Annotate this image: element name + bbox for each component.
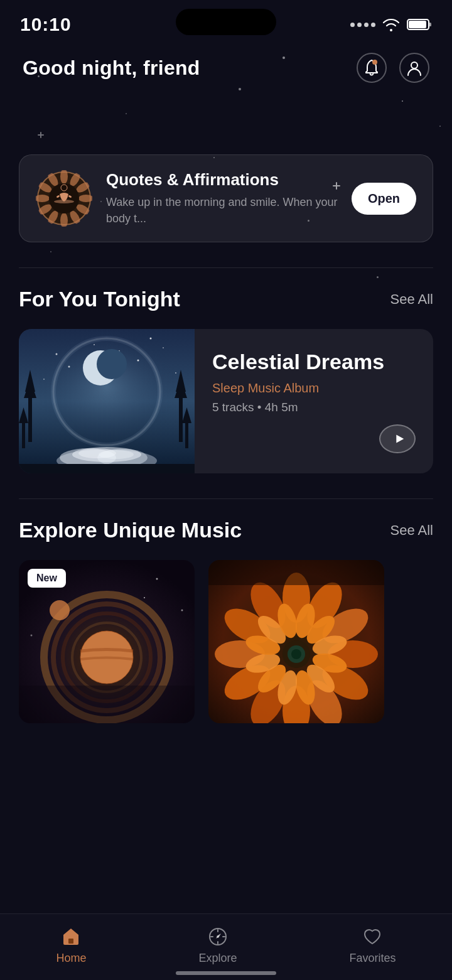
nav-home[interactable]: Home [37, 925, 105, 965]
explore-section-header: Explore Unique Music See All [19, 518, 433, 542]
quote-text-area: Quotes & Affirmations Wake up in the mor… [106, 170, 338, 226]
quote-title: Quotes & Affirmations [106, 170, 338, 190]
bottom-pad [19, 723, 433, 799]
svg-point-23 [56, 353, 58, 355]
svg-point-27 [175, 372, 176, 374]
play-button[interactable] [379, 424, 416, 453]
app-header: Good night, friend [0, 44, 452, 92]
svg-point-28 [43, 379, 45, 380]
favorites-icon [361, 925, 384, 948]
svg-point-29 [68, 366, 70, 368]
quote-card-icon [36, 170, 92, 227]
for-you-title: For You Tonight [19, 287, 180, 311]
svg-rect-60 [19, 686, 195, 723]
explore-icon [207, 925, 229, 948]
for-you-see-all-button[interactable]: See All [390, 291, 434, 308]
mandala-art [208, 560, 384, 723]
dynamic-island [176, 9, 276, 35]
svg-point-31 [150, 338, 152, 340]
divider-2 [19, 498, 433, 499]
status-icons [350, 18, 432, 31]
svg-rect-2 [429, 23, 431, 26]
bell-icon [363, 59, 380, 77]
svg-point-59 [144, 597, 145, 598]
explore-nav-label: Explore [198, 952, 237, 965]
wifi-icon [382, 18, 401, 31]
featured-card-title: Celestial Dreams [212, 349, 416, 375]
open-button[interactable]: Open [352, 183, 416, 215]
status-bar: 10:10 [0, 0, 452, 44]
svg-point-25 [137, 360, 139, 362]
header-actions [357, 53, 429, 83]
status-time: 10:10 [20, 14, 72, 35]
svg-rect-46 [19, 464, 195, 473]
featured-card-meta: 5 tracks • 4h 5m [212, 401, 416, 414]
home-icon [60, 925, 82, 948]
battery-icon [407, 18, 432, 31]
bottom-nav: Home Explore Favorites [0, 913, 452, 980]
featured-card-type: Sleep Music Album [212, 381, 416, 396]
music-card-2[interactable] [208, 560, 384, 723]
home-indicator [176, 971, 276, 975]
quote-card[interactable]: Quotes & Affirmations Wake up in the mor… [19, 154, 433, 242]
featured-card[interactable]: Celestial Dreams Sleep Music Album 5 tra… [19, 329, 433, 473]
svg-point-57 [181, 610, 183, 611]
music-card-1[interactable]: New [19, 560, 195, 723]
svg-point-35 [97, 349, 127, 379]
profile-icon [406, 59, 422, 77]
svg-point-19 [61, 185, 67, 191]
svg-rect-36 [28, 392, 32, 442]
svg-point-20 [54, 200, 74, 203]
signal-dots-icon [350, 23, 375, 27]
divider-1 [19, 267, 433, 268]
svg-point-56 [156, 578, 158, 580]
svg-point-54 [50, 600, 70, 620]
for-you-section-header: For You Tonight See All [19, 287, 433, 311]
nav-favorites[interactable]: Favorites [330, 925, 414, 965]
svg-point-26 [163, 347, 164, 348]
explore-title: Explore Unique Music [19, 518, 242, 542]
home-nav-label: Home [56, 952, 86, 965]
svg-point-24 [94, 344, 95, 345]
svg-point-88 [291, 649, 301, 659]
nav-explore[interactable]: Explore [180, 925, 256, 965]
svg-point-45 [99, 450, 134, 459]
favorites-nav-label: Favorites [349, 952, 396, 965]
greeting-text: Good night, friend [23, 57, 200, 80]
svg-point-3 [372, 60, 377, 65]
svg-point-4 [411, 62, 417, 68]
svg-rect-38 [179, 392, 183, 442]
svg-rect-90 [68, 939, 73, 944]
svg-point-58 [31, 635, 33, 637]
explore-see-all-button[interactable]: See All [390, 522, 434, 539]
notification-button[interactable] [357, 53, 387, 83]
featured-card-info: Celestial Dreams Sleep Music Album 5 tra… [195, 329, 433, 473]
profile-button[interactable] [399, 53, 429, 83]
music-grid: New [19, 560, 433, 723]
play-icon [392, 432, 406, 446]
meditation-icon [36, 170, 92, 227]
main-content: Quotes & Affirmations Wake up in the mor… [0, 154, 452, 799]
explore-section: Explore Unique Music See All [19, 518, 433, 723]
celestial-dreams-art [19, 329, 195, 473]
svg-rect-89 [208, 560, 384, 585]
new-badge: New [28, 569, 66, 588]
svg-rect-1 [409, 21, 426, 28]
featured-card-image [19, 329, 195, 473]
quote-subtitle: Wake up in the morning and smile. When y… [106, 195, 338, 226]
